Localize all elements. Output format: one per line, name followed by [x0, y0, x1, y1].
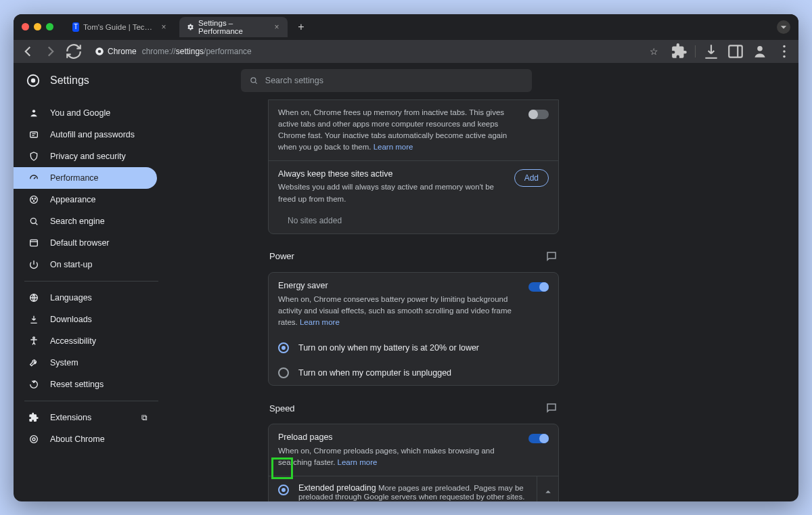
- puzzle-icon: [28, 412, 39, 423]
- svg-point-10: [32, 110, 35, 112]
- tab-label: Tom's Guide | Tech Product R: [83, 23, 156, 31]
- sidebar-item-on-startup[interactable]: On start-up: [20, 254, 157, 275]
- close-tab-icon[interactable]: ×: [273, 22, 281, 32]
- power-option-unplugged[interactable]: Turn on when my computer is unplugged: [269, 360, 558, 385]
- tab-toms-guide[interactable]: T Tom's Guide | Tech Product R ×: [66, 17, 174, 37]
- memory-saver-toggle[interactable]: [528, 110, 549, 119]
- svg-point-20: [30, 435, 38, 443]
- tab-search-button[interactable]: [777, 20, 790, 34]
- person-icon: [28, 108, 39, 118]
- svg-point-6: [783, 55, 785, 57]
- preload-toggle[interactable]: [528, 434, 549, 443]
- chrome-logo-icon: [26, 73, 41, 88]
- sidebar-item-about[interactable]: About Chrome: [20, 428, 157, 450]
- browser-icon: [28, 238, 39, 248]
- sidebar-item-reset[interactable]: Reset settings: [20, 374, 157, 395]
- collapse-button[interactable]: [537, 476, 558, 501]
- keep-active-title: Always keep these sites active: [278, 168, 506, 181]
- site-host: Chrome: [108, 47, 137, 56]
- memory-card: When on, Chrome frees up memory from ina…: [268, 99, 559, 234]
- speedometer-icon: [28, 173, 39, 183]
- settings-header: Settings Search settings: [14, 63, 798, 99]
- menu-icon[interactable]: [775, 43, 793, 60]
- autofill-icon: [28, 129, 39, 140]
- sidebar-item-autofill[interactable]: Autofill and passwords: [20, 124, 157, 145]
- svg-point-1: [98, 49, 102, 53]
- sidebar-item-privacy[interactable]: Privacy and security: [20, 145, 157, 167]
- svg-point-9: [251, 78, 256, 83]
- sidebar-item-performance[interactable]: Performance: [14, 167, 157, 189]
- url-path: chrome://settings/performance: [142, 47, 252, 56]
- extended-title: Extended preloading: [298, 483, 376, 493]
- globe-icon: [28, 292, 39, 303]
- favicon-icon: T: [72, 22, 79, 32]
- search-settings[interactable]: Search settings: [241, 69, 532, 92]
- no-sites-text: No sites added: [269, 212, 558, 233]
- accessibility-icon: [28, 336, 39, 346]
- new-tab-button[interactable]: +: [293, 19, 309, 35]
- bookmark-icon[interactable]: ☆: [650, 46, 658, 57]
- forward-button[interactable]: [42, 43, 60, 60]
- page-title: Settings: [50, 74, 89, 87]
- sidebar-item-extensions[interactable]: Extensions⧉: [20, 407, 157, 428]
- chrome-icon: [95, 47, 104, 56]
- tab-settings[interactable]: Settings – Performance ×: [179, 17, 288, 37]
- toolbar-right: [671, 43, 793, 60]
- profile-icon[interactable]: [751, 43, 769, 60]
- side-panel-icon[interactable]: [727, 43, 744, 60]
- keep-active-desc: Websites you add will always stay active…: [278, 183, 494, 202]
- sidebar-item-default-browser[interactable]: Default browser: [20, 232, 157, 254]
- svg-point-8: [31, 79, 35, 83]
- learn-more-link[interactable]: Learn more: [338, 458, 378, 466]
- close-tab-icon[interactable]: ×: [160, 22, 167, 32]
- svg-point-16: [30, 218, 36, 223]
- search-icon: [28, 216, 39, 227]
- reset-icon: [28, 379, 39, 390]
- section-speed-header: Speed: [268, 398, 559, 418]
- learn-more-link[interactable]: Learn more: [374, 143, 413, 151]
- reload-button[interactable]: [65, 43, 83, 60]
- sidebar-item-search-engine[interactable]: Search engine: [20, 210, 157, 232]
- back-button[interactable]: [19, 43, 37, 60]
- power-option-battery[interactable]: Turn on only when my battery is at 20% o…: [269, 335, 558, 360]
- energy-saver-toggle[interactable]: [528, 282, 549, 292]
- memory-saver-desc: When on, Chrome frees up memory from ina…: [278, 107, 520, 154]
- site-identity-chip[interactable]: Chrome: [95, 47, 137, 56]
- svg-point-14: [35, 198, 35, 199]
- svg-point-4: [783, 45, 785, 47]
- wrench-icon: [28, 357, 39, 368]
- power-card: Energy saver When on, Chrome conserves b…: [268, 272, 559, 386]
- energy-saver-desc: When on, Chrome conserves battery power …: [278, 295, 512, 327]
- section-power-header: Power: [268, 246, 559, 267]
- extensions-icon[interactable]: [671, 43, 688, 60]
- minimize-window-icon[interactable]: [34, 23, 41, 30]
- feedback-icon[interactable]: [545, 402, 558, 414]
- learn-more-link[interactable]: Learn more: [300, 318, 340, 326]
- address-bar[interactable]: Chrome chrome://settings/performance ☆: [88, 43, 665, 60]
- speed-card: Preload pages When on, Chrome preloads p…: [268, 424, 559, 501]
- preload-title: Preload pages: [278, 431, 520, 444]
- sidebar-item-system[interactable]: System: [20, 352, 157, 374]
- zoom-window-icon[interactable]: [46, 23, 53, 30]
- sidebar-item-appearance[interactable]: Appearance: [20, 189, 157, 210]
- add-button[interactable]: Add: [514, 169, 549, 187]
- close-window-icon[interactable]: [22, 23, 29, 30]
- svg-point-19: [33, 337, 35, 339]
- sidebar-item-languages[interactable]: Languages: [20, 287, 157, 309]
- gear-icon: [186, 22, 194, 32]
- svg-rect-2: [729, 45, 742, 57]
- sidebar-item-downloads[interactable]: Downloads: [20, 309, 157, 330]
- svg-point-12: [30, 196, 38, 203]
- sidebar-item-you-and-google[interactable]: You and Google: [20, 102, 157, 124]
- chrome-icon: [28, 434, 39, 445]
- tab-label: Settings – Performance: [198, 19, 269, 35]
- downloads-icon[interactable]: [702, 43, 720, 60]
- extended-preloading-radio[interactable]: [278, 485, 289, 495]
- sidebar-item-accessibility[interactable]: Accessibility: [20, 330, 157, 352]
- browser-window: T Tom's Guide | Tech Product R × Setting…: [14, 14, 798, 501]
- svg-point-15: [33, 200, 34, 201]
- svg-point-5: [783, 50, 785, 52]
- search-placeholder: Search settings: [265, 76, 323, 85]
- svg-rect-17: [30, 240, 38, 246]
- feedback-icon[interactable]: [545, 250, 558, 263]
